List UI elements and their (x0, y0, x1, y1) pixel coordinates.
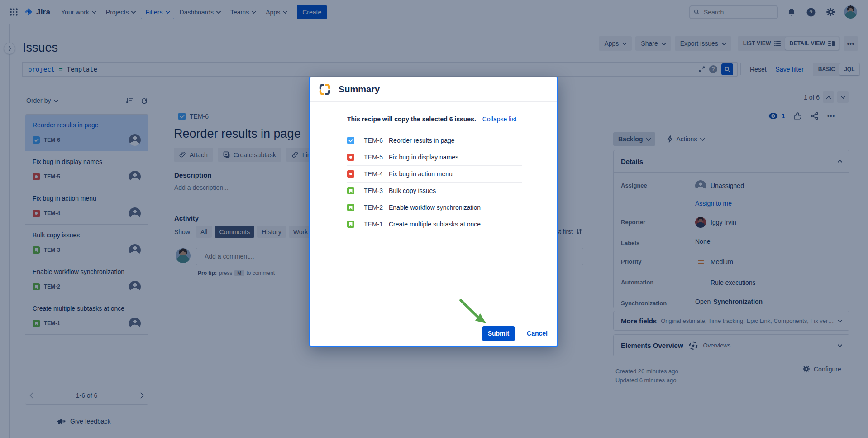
issue-type-icon (347, 221, 354, 228)
modal-issue-row: TEM-3 Bulk copy issues (347, 183, 522, 199)
collapse-list-link[interactable]: Collapse list (482, 116, 516, 123)
modal-issue-row: TEM-1 Create multiple subtasks at once (347, 216, 522, 232)
modal-issue-row: TEM-5 Fix bug in display names (347, 149, 522, 166)
issue-summary: Bulk copy issues (389, 187, 436, 194)
issue-type-icon (347, 137, 354, 144)
modal-header: Summary (310, 77, 557, 102)
issue-key: TEM-6 (364, 137, 389, 144)
modal-issue-row: TEM-2 Enable workflow synchronization (347, 199, 522, 216)
issue-type-icon (347, 154, 354, 161)
issue-summary: Fix bug in display names (389, 154, 458, 161)
modal-issue-row: TEM-6 Reorder results in page (347, 132, 522, 149)
issue-summary: Create multiple subtasks at once (389, 221, 481, 228)
issue-type-icon (347, 187, 354, 194)
issue-summary: Fix bug in action menu (389, 170, 453, 178)
issue-summary: Reorder results in page (389, 137, 455, 144)
issue-key: TEM-1 (364, 221, 389, 228)
cancel-button[interactable]: Cancel (527, 330, 548, 337)
modal-issue-row: TEM-4 Fix bug in action menu (347, 166, 522, 183)
issue-type-icon (347, 170, 354, 178)
issue-key: TEM-2 (364, 204, 389, 211)
modal-message: This recipe will copy the selected 6 iss… (347, 116, 476, 123)
copy-and-sync-app-icon (319, 83, 331, 96)
jira-issues-page: Jira Your work Projects Filters Dashboar… (0, 0, 868, 438)
issue-summary: Enable workflow synchronization (389, 204, 481, 211)
modal-issue-list: TEM-6 Reorder results in page TEM-5 Fix … (347, 132, 522, 232)
modal-message-row: This recipe will copy the selected 6 iss… (347, 116, 522, 123)
issue-type-icon (347, 204, 354, 211)
issue-key: TEM-5 (364, 154, 389, 161)
submit-button[interactable]: Submit (482, 326, 515, 341)
issue-key: TEM-4 (364, 170, 389, 178)
issue-key: TEM-3 (364, 187, 389, 194)
modal-title: Summary (339, 84, 380, 95)
modal-footer: Submit Cancel (310, 321, 557, 346)
copy-summary-modal: Summary This recipe will copy the select… (309, 77, 558, 347)
